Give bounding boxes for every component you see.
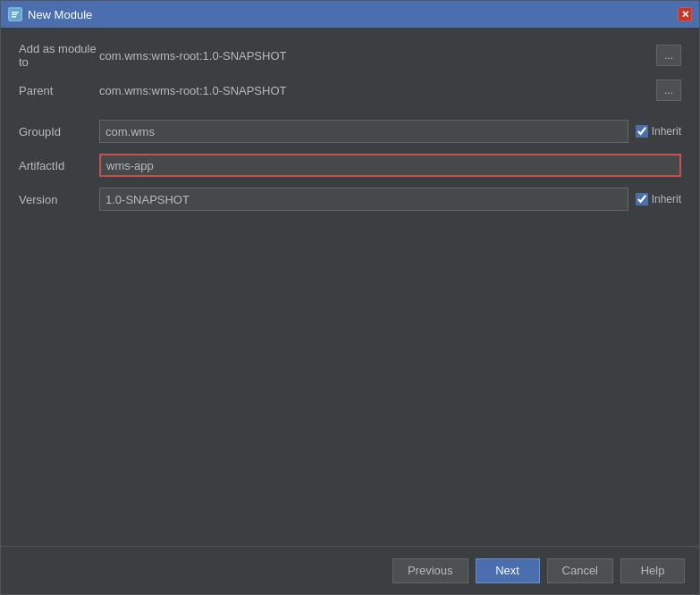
version-input[interactable] xyxy=(99,188,628,211)
parent-row: Parent com.wms:wms-root:1.0-SNAPSHOT ... xyxy=(19,78,681,103)
add-as-module-value: com.wms:wms-root:1.0-SNAPSHOT xyxy=(99,49,649,63)
group-id-label: GroupId xyxy=(19,125,99,138)
add-as-module-input-group: com.wms:wms-root:1.0-SNAPSHOT ... xyxy=(99,45,681,66)
version-row: Version Inherit xyxy=(19,187,681,212)
version-inherit-label: Inherit xyxy=(652,193,681,205)
group-id-input[interactable] xyxy=(99,120,628,143)
cancel-button[interactable]: Cancel xyxy=(547,558,613,583)
svg-rect-3 xyxy=(12,16,16,18)
form-content: Add as module to com.wms:wms-root:1.0-SN… xyxy=(1,28,699,546)
artifact-id-row: ArtifactId xyxy=(19,153,681,178)
group-id-row: GroupId Inherit xyxy=(19,119,681,144)
new-module-window: New Module ✕ Add as module to com.wms:wm… xyxy=(0,0,700,595)
version-label: Version xyxy=(19,193,99,206)
help-button[interactable]: Help xyxy=(620,558,685,583)
parent-value: com.wms:wms-root:1.0-SNAPSHOT xyxy=(99,84,649,97)
group-id-inherit-label: Inherit xyxy=(652,125,681,138)
footer: Previous Next Cancel Help xyxy=(1,546,699,594)
add-as-module-label: Add as module to xyxy=(19,42,99,69)
version-input-group: Inherit xyxy=(99,188,681,211)
group-id-input-group: Inherit xyxy=(99,120,681,143)
artifact-id-label: ArtifactId xyxy=(19,159,99,172)
version-inherit-checkbox[interactable] xyxy=(636,193,648,205)
window-icon xyxy=(8,7,22,21)
svg-rect-1 xyxy=(12,12,19,13)
version-inherit-group: Inherit xyxy=(636,193,681,205)
previous-button[interactable]: Previous xyxy=(392,558,468,583)
artifact-id-input[interactable] xyxy=(99,154,681,177)
close-button[interactable]: ✕ xyxy=(678,7,692,21)
title-bar-left: New Module xyxy=(8,7,92,21)
group-id-inherit-checkbox[interactable] xyxy=(636,125,648,138)
svg-rect-2 xyxy=(12,14,17,16)
parent-input-group: com.wms:wms-root:1.0-SNAPSHOT ... xyxy=(99,80,681,101)
parent-browse-button[interactable]: ... xyxy=(656,80,681,101)
parent-label: Parent xyxy=(19,84,99,97)
title-bar: New Module ✕ xyxy=(1,1,699,28)
window-title: New Module xyxy=(28,8,92,21)
group-id-inherit-group: Inherit xyxy=(636,125,681,138)
next-button[interactable]: Next xyxy=(476,558,540,583)
add-as-module-row: Add as module to com.wms:wms-root:1.0-SN… xyxy=(19,42,681,69)
add-as-module-browse-button[interactable]: ... xyxy=(656,45,681,66)
